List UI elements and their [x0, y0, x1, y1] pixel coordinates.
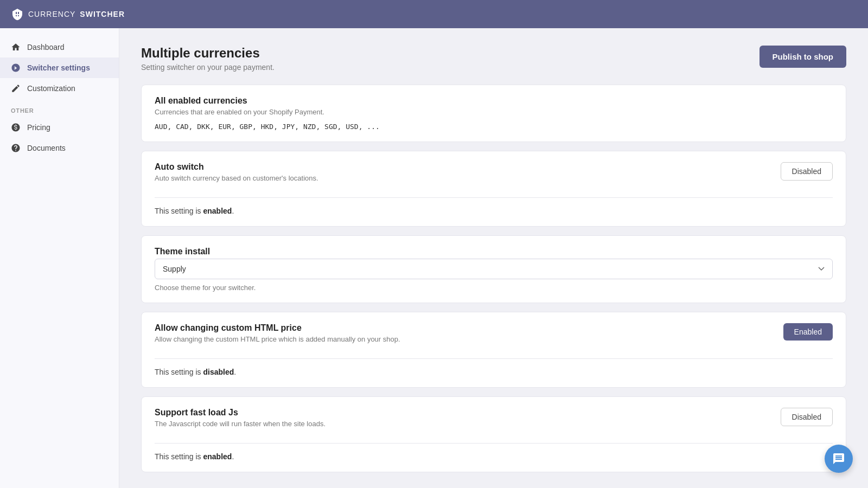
chat-icon	[832, 452, 845, 465]
auto-switch-card: Auto switch Auto switch currency based o…	[141, 151, 846, 227]
fast-load-status: This setting is enabled.	[155, 452, 833, 461]
auto-switch-desc: Auto switch currency based on customer's…	[155, 174, 768, 182]
topbar: CURRENCY SWITCHER	[0, 0, 868, 28]
page-title: Multiple currencies	[141, 46, 275, 61]
page-header: Multiple currencies Setting switcher on …	[141, 46, 846, 72]
custom-html-action: Enabled	[783, 323, 833, 341]
fast-load-desc: The Javascript code will run faster when…	[155, 420, 768, 428]
page-header-text: Multiple currencies Setting switcher on …	[141, 46, 275, 72]
fast-load-info: Support fast load Js The Javascript code…	[155, 408, 768, 434]
fast-load-action: Disabled	[781, 408, 833, 426]
chat-fab-button[interactable]	[825, 445, 853, 473]
sidebar-label-dashboard: Dashboard	[27, 43, 65, 52]
custom-html-title: Allow changing custom HTML price	[155, 323, 770, 333]
sidebar-label-customization: Customization	[27, 84, 75, 93]
all-currencies-card: All enabled currencies Currencies that a…	[141, 85, 846, 142]
publish-to-shop-button[interactable]: Publish to shop	[760, 46, 847, 68]
sidebar-section-other: OTHER	[0, 99, 119, 117]
pen-icon	[11, 84, 21, 93]
sidebar-label-documents: Documents	[27, 144, 66, 152]
fast-load-row: Support fast load Js The Javascript code…	[155, 408, 833, 434]
theme-select[interactable]: Supply Dawn Debut Minimal Narrative Simp…	[155, 259, 833, 279]
fast-load-divider	[155, 443, 833, 444]
home-icon	[11, 42, 21, 52]
sidebar-label-switcher: Switcher settings	[27, 63, 90, 72]
auto-switch-row: Auto switch Auto switch currency based o…	[155, 162, 833, 189]
logo-icon	[11, 8, 24, 21]
layout: Dashboard Switcher settings Customizatio…	[0, 28, 868, 488]
auto-switch-button[interactable]: Disabled	[781, 162, 833, 181]
custom-html-divider	[155, 358, 833, 359]
sidebar-item-documents[interactable]: Documents	[0, 138, 119, 158]
custom-html-card: Allow changing custom HTML price Allow c…	[141, 312, 846, 388]
sidebar: Dashboard Switcher settings Customizatio…	[0, 28, 119, 488]
page-subtitle: Setting switcher on your page payment.	[141, 63, 275, 72]
auto-switch-action: Disabled	[781, 162, 833, 181]
sidebar-label-pricing: Pricing	[27, 123, 50, 132]
custom-html-desc: Allow changing the custom HTML price whi…	[155, 335, 770, 343]
theme-install-card: Theme install Supply Dawn Debut Minimal …	[141, 235, 846, 303]
logo: CURRENCY SWITCHER	[11, 8, 125, 21]
fast-load-card: Support fast load Js The Javascript code…	[141, 396, 846, 472]
custom-html-status: This setting is disabled.	[155, 368, 833, 376]
theme-install-hint: Choose theme for your switcher.	[155, 284, 833, 292]
all-currencies-desc: Currencies that are enabled on your Shop…	[155, 108, 833, 116]
auto-switch-status: This setting is enabled.	[155, 207, 833, 215]
svg-point-0	[14, 67, 15, 69]
sidebar-item-switcher-settings[interactable]: Switcher settings	[0, 57, 119, 78]
all-currencies-title: All enabled currencies	[155, 96, 833, 106]
dollar-icon	[11, 123, 21, 132]
switcher-icon	[11, 63, 21, 73]
sidebar-item-customization[interactable]: Customization	[0, 78, 119, 99]
custom-html-button[interactable]: Enabled	[783, 323, 833, 341]
theme-install-title: Theme install	[155, 247, 833, 256]
fast-load-title: Support fast load Js	[155, 408, 768, 418]
currency-list: AUD, CAD, DKK, EUR, GBP, HKD, JPY, NZD, …	[155, 123, 833, 131]
custom-html-row: Allow changing custom HTML price Allow c…	[155, 323, 833, 350]
auto-switch-info: Auto switch Auto switch currency based o…	[155, 162, 768, 189]
fast-load-button[interactable]: Disabled	[781, 408, 833, 426]
question-icon	[11, 143, 21, 153]
auto-switch-title: Auto switch	[155, 162, 768, 172]
sidebar-item-dashboard[interactable]: Dashboard	[0, 37, 119, 57]
sidebar-item-pricing[interactable]: Pricing	[0, 117, 119, 138]
main-content: Multiple currencies Setting switcher on …	[119, 28, 868, 488]
logo-currency-text: CURRENCY	[28, 10, 75, 18]
logo-switcher-text: SWITCHER	[80, 10, 125, 18]
custom-html-info: Allow changing custom HTML price Allow c…	[155, 323, 770, 350]
auto-switch-divider	[155, 197, 833, 198]
